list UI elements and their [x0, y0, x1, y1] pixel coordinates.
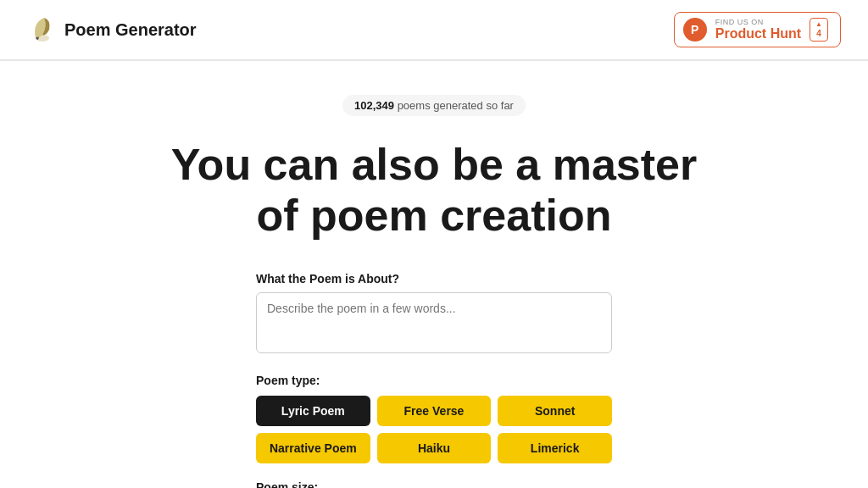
about-textarea[interactable]	[256, 292, 612, 353]
poem-size-label: Poem size:	[256, 480, 612, 488]
product-hunt-logo: P	[683, 18, 707, 42]
stats-suffix: poems generated so far	[394, 99, 514, 112]
poem-type-label: Poem type:	[256, 374, 612, 387]
upvote-arrow-icon: ▲	[815, 20, 822, 29]
product-hunt-find-label: FIND US ON	[715, 18, 801, 26]
product-hunt-badge[interactable]: P FIND US ON Product Hunt ▲ 4	[674, 12, 841, 47]
poem-type-narrative[interactable]: Narrative Poem	[256, 433, 370, 463]
poem-type-grid: Lyric Poem Free Verse Sonnet Narrative P…	[256, 396, 612, 463]
product-hunt-upvote[interactable]: ▲ 4	[810, 18, 828, 42]
stats-count: 102,349	[354, 99, 394, 112]
logo-icon	[27, 14, 58, 45]
about-label: What the Poem is About?	[256, 272, 612, 286]
product-hunt-name: Product Hunt	[715, 26, 801, 42]
product-hunt-text: FIND US ON Product Hunt	[715, 18, 801, 42]
poem-form: What the Poem is About? Poem type: Lyric…	[256, 272, 612, 488]
site-title: Poem Generator	[64, 20, 197, 40]
hero-line-1: You can also be a master	[171, 140, 697, 189]
poem-type-free-verse[interactable]: Free Verse	[377, 396, 492, 426]
poem-type-lyric[interactable]: Lyric Poem	[256, 396, 370, 426]
main-content: 102,349 poems generated so far You can a…	[0, 61, 868, 488]
logo-area: Poem Generator	[27, 14, 197, 45]
hero-line-2: of poem creation	[257, 191, 612, 240]
hero-title: You can also be a master of poem creatio…	[171, 140, 697, 241]
upvote-count: 4	[816, 29, 821, 39]
stats-badge: 102,349 poems generated so far	[342, 95, 526, 116]
poem-type-haiku[interactable]: Haiku	[377, 433, 492, 463]
poem-type-sonnet[interactable]: Sonnet	[498, 396, 612, 426]
poem-type-limerick[interactable]: Limerick	[498, 433, 612, 463]
header: Poem Generator P FIND US ON Product Hunt…	[0, 0, 868, 60]
